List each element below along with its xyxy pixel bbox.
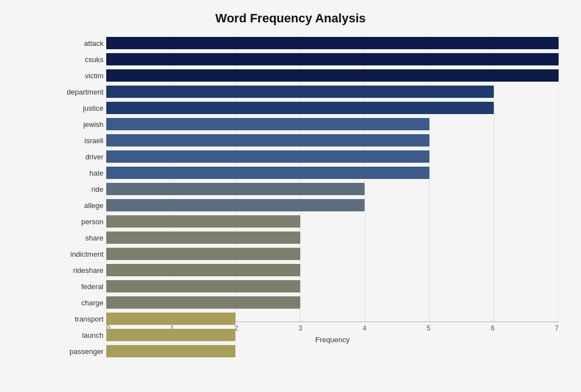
bar-label: justice — [56, 104, 103, 112]
bar-row: charge — [106, 295, 559, 310]
bar-row: justice — [106, 101, 559, 115]
bar-row: launch — [106, 328, 559, 342]
bars-wrapper: attackcsuksvictimdepartmentjusticejewish… — [106, 36, 559, 388]
chart-title: Word Frequency Analysis — [22, 11, 559, 26]
bar-row: csuks — [106, 52, 559, 67]
bar-fill — [106, 150, 429, 163]
bar-fill — [106, 345, 235, 357]
bar-row: attack — [106, 36, 559, 50]
bar-fill — [106, 199, 365, 211]
bar-label: transport — [56, 315, 103, 323]
bar-fill — [106, 264, 300, 276]
bar-label: share — [56, 234, 103, 242]
bar-row: department — [106, 84, 559, 99]
bar-fill — [106, 329, 235, 341]
chart-container: Word Frequency Analysis attackcsuksvicti… — [0, 0, 581, 392]
bar-fill — [106, 232, 300, 244]
bar-row: victim — [106, 68, 559, 83]
bar-label: driver — [56, 153, 103, 161]
bar-fill — [106, 102, 494, 114]
bar-row: driver — [106, 149, 559, 164]
bar-label: attack — [56, 39, 103, 48]
bar-label: ride — [56, 185, 103, 193]
bar-label: federal — [56, 282, 103, 291]
bar-label: person — [56, 218, 103, 226]
bar-label: hate — [56, 169, 103, 177]
bar-label: csuks — [56, 55, 103, 64]
bar-row: person — [106, 214, 559, 229]
bar-label: charge — [56, 299, 103, 307]
bar-fill — [106, 248, 300, 260]
bar-fill — [106, 280, 300, 292]
bar-fill — [106, 134, 429, 147]
bar-fill — [106, 86, 494, 98]
bar-fill — [106, 313, 235, 325]
bar-fill — [106, 69, 559, 82]
bar-row: jewish — [106, 117, 559, 131]
bar-row: federal — [106, 279, 559, 294]
bar-row: indictment — [106, 247, 559, 261]
bar-fill — [106, 37, 559, 49]
bar-row: transport — [106, 311, 559, 326]
bar-label: rideshare — [56, 266, 103, 275]
bar-fill — [106, 296, 300, 309]
bar-label: jewish — [56, 120, 103, 129]
bar-fill — [106, 183, 365, 195]
bar-row: israeli — [106, 133, 559, 148]
bar-label: victim — [56, 72, 103, 80]
bar-row: rideshare — [106, 263, 559, 277]
bar-row: allege — [106, 198, 559, 212]
bar-label: passenger — [56, 347, 103, 356]
bar-label: launch — [56, 331, 103, 339]
bar-row: share — [106, 230, 559, 245]
bar-row: hate — [106, 166, 559, 180]
bar-fill — [106, 118, 429, 130]
bar-label: indictment — [56, 250, 103, 258]
bar-row: passenger — [106, 344, 559, 358]
bar-fill — [106, 53, 559, 65]
bar-fill — [106, 167, 429, 179]
bar-label: israeli — [56, 136, 103, 145]
bar-label: allege — [56, 201, 103, 210]
bar-fill — [106, 215, 300, 228]
bar-label: department — [56, 88, 103, 96]
bar-row: ride — [106, 182, 559, 196]
